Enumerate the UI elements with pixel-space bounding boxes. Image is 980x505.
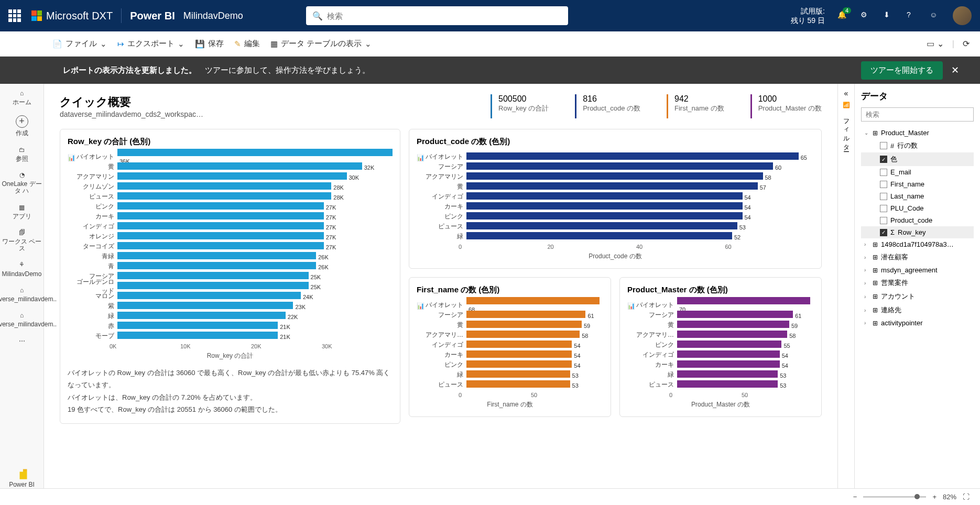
bar[interactable] xyxy=(466,232,732,239)
fit-to-page-icon[interactable]: ⛶ xyxy=(963,493,970,501)
bar[interactable] xyxy=(117,282,309,289)
field-item[interactable]: First_name xyxy=(861,178,974,190)
zoom-out-button[interactable]: − xyxy=(853,493,857,501)
export-menu[interactable]: ↦エクスポート⌄ xyxy=(117,39,184,49)
checkbox[interactable] xyxy=(880,169,887,176)
nav-create[interactable]: +作成 xyxy=(16,115,28,137)
bar[interactable] xyxy=(677,360,780,368)
insight-icon[interactable]: 📊 xyxy=(417,302,424,390)
table-node[interactable]: ⌄ ⊞ Product_Master xyxy=(861,127,974,139)
bar[interactable] xyxy=(466,202,743,210)
bar[interactable] xyxy=(117,312,286,319)
bar[interactable] xyxy=(466,370,570,378)
bar[interactable] xyxy=(466,360,572,368)
checkbox[interactable]: ✓ xyxy=(880,156,887,163)
field-item[interactable]: Last_name xyxy=(861,190,974,202)
table-node[interactable]: ›⊞潜在顧客 xyxy=(861,250,974,264)
bar[interactable] xyxy=(677,311,793,318)
nav-workspaces[interactable]: 🗐ワークス ペース xyxy=(0,229,43,252)
zoom-slider[interactable] xyxy=(863,496,926,498)
bar[interactable] xyxy=(117,302,293,309)
nav-ws1[interactable]: ⚘MilindavDemo xyxy=(2,261,41,277)
chart-card-firstname[interactable]: First_name の数 (色別) 📊 バイオレット68フーシア61黄59アク… xyxy=(409,277,611,417)
app-launcher-icon[interactable] xyxy=(8,9,21,22)
kpi[interactable]: 942First_name の数 xyxy=(667,94,724,118)
bar[interactable] xyxy=(117,202,324,210)
bar[interactable] xyxy=(677,350,780,358)
bar[interactable] xyxy=(466,182,758,190)
data-table-button[interactable]: ▦データ テーブルの表示⌄ xyxy=(270,39,372,49)
nav-browse[interactable]: 🗀参照 xyxy=(16,147,28,162)
view-mode-icon[interactable]: ▭ ⌄ xyxy=(927,39,943,49)
bar[interactable] xyxy=(677,321,789,328)
notifications-icon[interactable]: 🔔4 xyxy=(837,10,848,21)
checkbox[interactable] xyxy=(880,193,887,200)
filter-icon[interactable]: 📶 xyxy=(843,102,850,108)
bar[interactable] xyxy=(466,212,743,219)
table-node[interactable]: ›⊞連絡先 xyxy=(861,303,974,317)
bar[interactable] xyxy=(117,322,278,329)
save-button[interactable]: 💾保存 xyxy=(195,39,224,49)
bar[interactable] xyxy=(677,341,781,348)
bar[interactable] xyxy=(117,262,316,269)
bar[interactable] xyxy=(466,350,572,358)
edit-button[interactable]: ✎編集 xyxy=(234,39,260,49)
zoom-thumb[interactable] xyxy=(914,494,920,499)
checkbox[interactable] xyxy=(880,205,887,212)
feedback-icon[interactable]: ☺ xyxy=(930,10,940,21)
bar[interactable] xyxy=(117,162,362,170)
bar[interactable] xyxy=(466,341,572,348)
bar[interactable] xyxy=(466,152,799,160)
bar[interactable] xyxy=(466,380,570,388)
file-menu[interactable]: 📄ファイル⌄ xyxy=(52,39,107,49)
bar[interactable] xyxy=(677,370,778,378)
insight-icon[interactable]: 📊 xyxy=(417,154,424,241)
bar[interactable] xyxy=(117,182,331,190)
user-avatar[interactable] xyxy=(953,6,972,25)
bar[interactable] xyxy=(466,172,763,180)
kpi[interactable]: 500500Row_key の合計 xyxy=(491,94,549,118)
bar[interactable] xyxy=(466,222,737,229)
search-input[interactable] xyxy=(327,12,562,20)
bar[interactable] xyxy=(117,272,309,279)
chart-card-rowkey[interactable]: Row_key の合計 (色別) 📊 バイオレット36K黄32Kアクアマリン30… xyxy=(60,129,400,424)
trial-info[interactable]: 試用版: 残り 59 日 xyxy=(791,6,825,25)
report-canvas[interactable]: クイック概要 dataverse_milindavdemo_cds2_works… xyxy=(44,84,837,488)
table-node[interactable]: ›⊞営業案件 xyxy=(861,276,974,290)
download-icon[interactable]: ⬇ xyxy=(884,10,894,21)
workspace-name[interactable]: MilindavDemo xyxy=(183,10,243,21)
help-icon[interactable]: ? xyxy=(907,10,917,21)
nav-apps[interactable]: ▦アプリ xyxy=(13,204,31,220)
start-tour-button[interactable]: ツアーを開始する xyxy=(861,61,943,80)
field-item[interactable]: Product_code xyxy=(861,214,974,226)
global-search[interactable]: 🔍 xyxy=(306,6,568,25)
bar[interactable] xyxy=(117,232,324,239)
nav-powerbi[interactable]: Power BI xyxy=(9,467,35,488)
zoom-in-button[interactable]: + xyxy=(932,493,937,501)
checkbox[interactable] xyxy=(880,142,887,149)
nav-more[interactable]: ⋯ xyxy=(19,338,25,345)
checkbox[interactable]: ✓ xyxy=(880,229,887,236)
bar[interactable] xyxy=(117,242,324,249)
chart-card-productcode[interactable]: Product_code の数 (色別) 📊 バイオレット65フーシア60アクア… xyxy=(409,129,822,269)
expand-filters-icon[interactable]: « xyxy=(844,89,848,97)
field-item[interactable]: #行の数 xyxy=(861,139,974,152)
kpi[interactable]: 1000Product_Master の数 xyxy=(750,94,822,118)
bar[interactable] xyxy=(677,297,810,304)
field-item[interactable]: PLU_Code xyxy=(861,202,974,214)
bar[interactable] xyxy=(117,292,301,299)
table-node[interactable]: ›⊞msdyn_agreement xyxy=(861,264,974,276)
settings-icon[interactable]: ⚙ xyxy=(861,10,871,21)
nav-onelake[interactable]: ◔OneLake データ ハ xyxy=(0,172,43,195)
table-node[interactable]: ›⊞アカウント xyxy=(861,290,974,303)
bar[interactable] xyxy=(117,212,324,219)
bar[interactable] xyxy=(466,311,585,318)
bar[interactable] xyxy=(466,331,580,338)
bar[interactable] xyxy=(117,332,278,339)
field-item[interactable]: ✓ΣRow_key xyxy=(861,226,974,238)
close-banner-icon[interactable]: ✕ xyxy=(951,64,959,76)
bar[interactable] xyxy=(117,149,393,156)
field-item[interactable]: E_mail xyxy=(861,166,974,178)
bar[interactable] xyxy=(117,172,347,180)
bar[interactable] xyxy=(466,321,582,328)
